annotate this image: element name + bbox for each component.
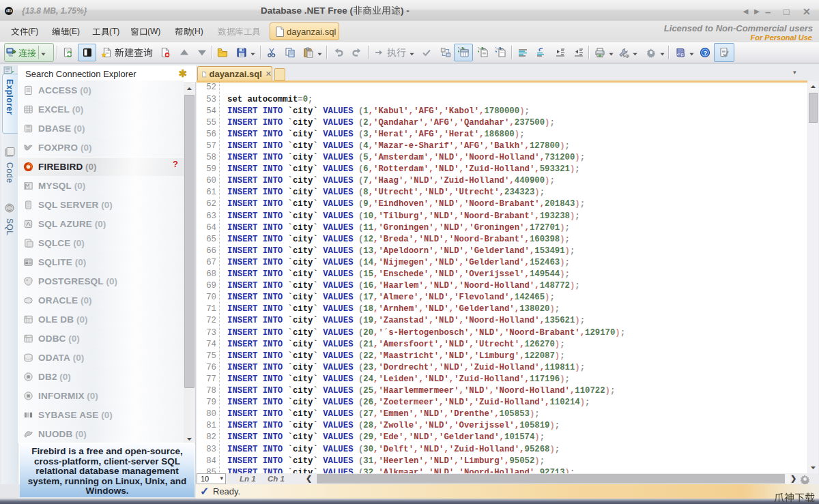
svg-text:?: ?	[703, 49, 707, 57]
svg-text:SQL: SQL	[623, 54, 630, 58]
svg-text:TOTAL: TOTAL	[459, 48, 466, 50]
svg-text:TOTAL: TOTAL	[478, 48, 486, 50]
svg-text:TOTAL: TOTAL	[496, 48, 504, 50]
svg-text:?: ?	[681, 53, 684, 57]
